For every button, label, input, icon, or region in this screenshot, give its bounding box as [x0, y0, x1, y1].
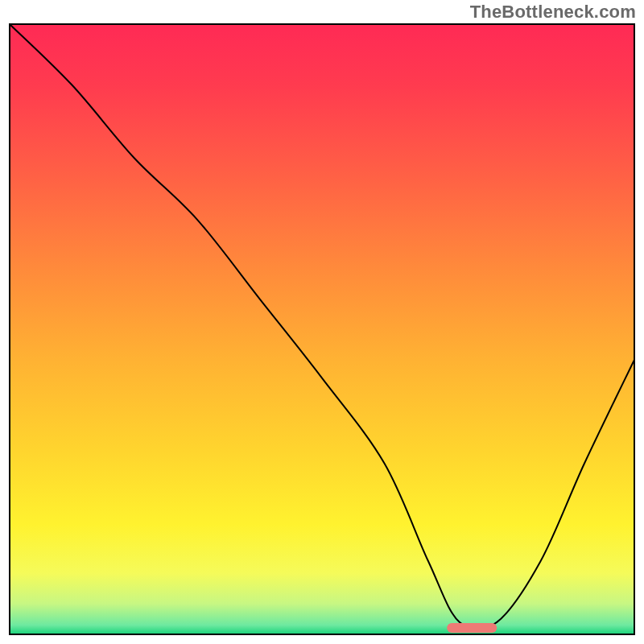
- bottleneck-chart: [0, 0, 644, 644]
- plot-background-gradient: [10, 24, 634, 634]
- chart-stage: TheBottleneck.com: [0, 0, 644, 644]
- optimal-marker: [447, 623, 497, 633]
- watermark-text: TheBottleneck.com: [470, 2, 636, 23]
